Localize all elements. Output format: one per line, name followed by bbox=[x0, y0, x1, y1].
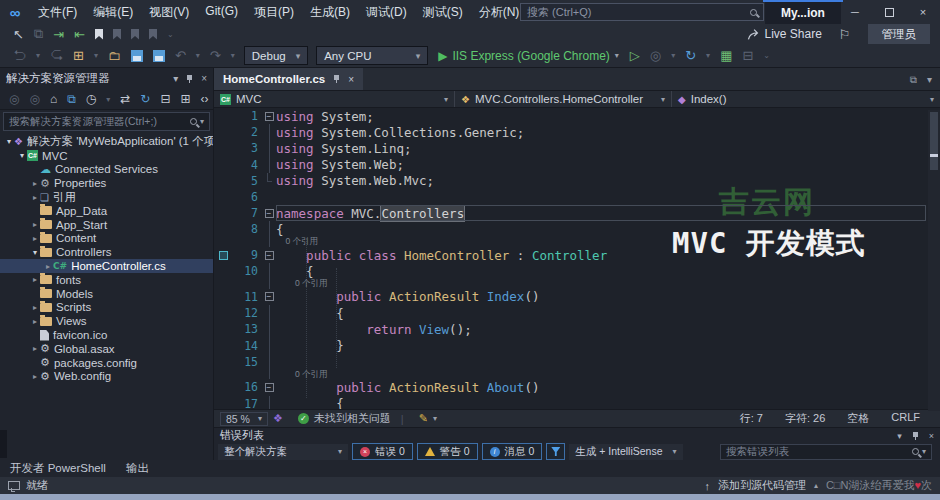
expander-icon[interactable]: ▸ bbox=[43, 262, 53, 271]
split-editor-icon[interactable]: ⧉ bbox=[910, 74, 917, 86]
publish-arrow-icon[interactable]: ↑ bbox=[704, 480, 710, 492]
tree-item-controllers[interactable]: ▾Controllers bbox=[0, 245, 213, 259]
close-panel-icon[interactable]: × bbox=[201, 73, 207, 84]
preview-icon[interactable]: ⊟ bbox=[742, 48, 753, 63]
feedback-icon[interactable] bbox=[8, 481, 20, 490]
fold-margin[interactable]: − bbox=[262, 247, 276, 263]
tree-item-models[interactable]: Models bbox=[0, 287, 213, 301]
save-all-icon[interactable] bbox=[153, 50, 165, 62]
toolbar2-overflow-icon[interactable]: ⌄ bbox=[763, 51, 770, 60]
menu-item[interactable]: 调试(D) bbox=[358, 4, 415, 21]
scope-dropdown[interactable]: 整个解决方案 ▾ bbox=[218, 444, 348, 460]
editor-scrollbar[interactable] bbox=[928, 110, 940, 411]
tab-list-caret-icon[interactable]: ▾ bbox=[927, 74, 932, 86]
admin-badge[interactable]: 管理员 bbox=[868, 24, 931, 45]
tree-item-views[interactable]: ▸Views bbox=[0, 314, 213, 328]
menu-item[interactable]: 测试(S) bbox=[415, 4, 471, 21]
pointer-select-icon[interactable]: ↖ bbox=[13, 27, 24, 42]
quick-search-input[interactable]: 搜索 (Ctrl+Q) bbox=[520, 3, 764, 21]
forward-icon[interactable]: ⮎ bbox=[50, 48, 63, 63]
codelens-row[interactable]: 0 个引用 bbox=[214, 279, 940, 289]
error-list-search-input[interactable]: 搜索错误列表 ▾ bbox=[720, 444, 932, 460]
view-code-icon[interactable]: ‹› bbox=[201, 92, 209, 106]
keep-open-icon[interactable] bbox=[333, 75, 340, 83]
start-without-debug-icon[interactable]: ▷ bbox=[630, 48, 640, 63]
code-cleanup-icon[interactable]: ✎ bbox=[419, 412, 428, 425]
menu-item[interactable]: Git(G) bbox=[197, 4, 246, 21]
spaces-indicator[interactable]: 空格 bbox=[847, 411, 869, 426]
home-icon[interactable]: ⌂ bbox=[50, 92, 57, 106]
pending-changes-icon[interactable]: ◷ bbox=[86, 92, 96, 106]
attach-icon[interactable]: ◎ bbox=[650, 48, 661, 63]
browser-link-icon[interactable]: ▦ bbox=[720, 48, 732, 63]
redo-icon[interactable]: ↷ bbox=[210, 48, 221, 63]
type-dropdown[interactable]: ❖ MVC.Controllers.HomeController ▾ bbox=[455, 91, 672, 107]
messages-filter-button[interactable]: i 消息 0 bbox=[482, 443, 543, 460]
redo-caret-icon[interactable]: ▾ bbox=[231, 51, 235, 60]
properties-icon[interactable]: ⊞ bbox=[180, 92, 190, 106]
se-forward-icon[interactable]: ◎ bbox=[29, 92, 39, 106]
el-pin-icon[interactable] bbox=[912, 432, 919, 440]
start-debug-button[interactable]: ▶ IIS Express (Google Chrome) ▾ bbox=[438, 49, 619, 63]
live-share-button[interactable]: Live Share bbox=[746, 27, 821, 41]
back-icon[interactable]: ⮌ bbox=[13, 48, 26, 63]
expander-icon[interactable]: ▸ bbox=[30, 317, 40, 326]
expander-icon[interactable]: ▸ bbox=[30, 220, 40, 229]
bookmark-icon[interactable] bbox=[95, 29, 103, 40]
close-tab-icon[interactable]: × bbox=[348, 74, 354, 85]
fold-margin[interactable]: − bbox=[262, 289, 276, 305]
expander-icon[interactable]: ▸ bbox=[30, 234, 40, 243]
tree-item-app-data[interactable]: App_Data bbox=[0, 204, 213, 218]
line-indicator[interactable]: 行: 7 bbox=[740, 411, 763, 426]
open-folder-icon[interactable]: 🗀︎ bbox=[108, 48, 121, 63]
zoom-dropdown[interactable]: 85 % ▾ bbox=[220, 412, 268, 426]
scrollbar-thumb[interactable] bbox=[930, 112, 938, 170]
cleanup-caret-icon[interactable]: ▾ bbox=[433, 414, 437, 423]
refresh-icon[interactable]: ↻ bbox=[685, 48, 696, 63]
pin-icon[interactable] bbox=[186, 75, 193, 83]
menu-item[interactable]: 生成(B) bbox=[302, 4, 358, 21]
expander-icon[interactable]: ▸ bbox=[30, 275, 40, 284]
panel-menu-icon[interactable]: ▾ bbox=[173, 73, 178, 84]
tree-item-packages-config[interactable]: ⚙packages.config bbox=[0, 356, 213, 370]
new-project-icon[interactable]: ⊞ bbox=[73, 48, 84, 63]
tab-developer-powershell[interactable]: 开发者 PowerShell bbox=[10, 461, 106, 476]
fold-margin[interactable]: − bbox=[262, 379, 276, 395]
tree-item--mywebapplication-1-[interactable]: ▾❖解决方案 'MyWebApplication' (1 个项目, 共 bbox=[0, 135, 213, 149]
tree-item-properties[interactable]: ▸⚙Properties bbox=[0, 176, 213, 190]
tree-item-favicon-ico[interactable]: favicon.ico bbox=[0, 328, 213, 342]
tree-item-global-asax[interactable]: ▸⚙Global.asax bbox=[0, 342, 213, 356]
se-back-icon[interactable]: ◎ bbox=[9, 92, 19, 106]
undo-icon[interactable]: ↶ bbox=[175, 48, 186, 63]
fold-margin[interactable]: − bbox=[262, 108, 276, 124]
inspect-icon[interactable]: ⧉ bbox=[34, 26, 43, 42]
char-indicator[interactable]: 字符: 26 bbox=[785, 411, 825, 426]
back-caret-icon[interactable]: ▾ bbox=[36, 51, 40, 60]
new-caret-icon[interactable]: ▾ bbox=[94, 51, 98, 60]
warnings-filter-button[interactable]: 警告 0 bbox=[417, 443, 478, 460]
tree-item-fonts[interactable]: ▸fonts bbox=[0, 273, 213, 287]
tree-item-app-start[interactable]: ▸App_Start bbox=[0, 218, 213, 232]
project-dropdown[interactable]: C# MVC ▾ bbox=[214, 91, 455, 107]
tab-output[interactable]: 输出 bbox=[126, 461, 149, 476]
save-icon[interactable] bbox=[131, 50, 143, 62]
expander-icon[interactable]: ▾ bbox=[17, 151, 27, 160]
codelens-row[interactable]: 0 个引用 bbox=[214, 238, 940, 248]
tree-item-mvc[interactable]: ▾C#MVC bbox=[0, 149, 213, 163]
next-bookmark-icon[interactable] bbox=[131, 29, 139, 40]
refresh-caret-icon[interactable]: ▾ bbox=[706, 51, 710, 60]
el-menu-icon[interactable]: ▾ bbox=[897, 431, 902, 441]
navigate-back-icon[interactable]: ⇤ bbox=[74, 27, 85, 42]
toolbar-overflow-icon[interactable]: ⌄ bbox=[167, 30, 174, 39]
el-close-icon[interactable]: × bbox=[929, 431, 934, 441]
fold-margin[interactable]: − bbox=[262, 205, 276, 221]
codelens-row[interactable]: 0 个引用 bbox=[214, 370, 940, 380]
pending-caret-icon[interactable]: ▾ bbox=[106, 95, 110, 104]
expander-icon[interactable]: ▾ bbox=[4, 137, 14, 146]
tree-item-connected-services[interactable]: ☁Connected Services bbox=[0, 163, 213, 177]
close-button[interactable]: × bbox=[906, 0, 940, 24]
menu-item[interactable]: 视图(V) bbox=[141, 4, 197, 21]
code-editor[interactable]: 吉云网 MVC 开发模式 1−using System;2using Syste… bbox=[214, 108, 940, 409]
minimize-button[interactable]: ─ bbox=[838, 0, 872, 24]
menu-item[interactable]: 分析(N) bbox=[471, 4, 528, 21]
